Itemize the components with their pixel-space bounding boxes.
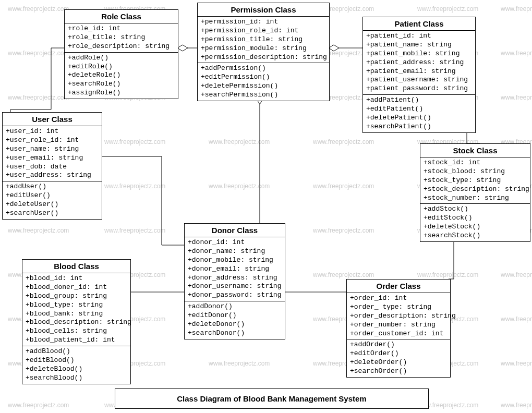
class-role-title: Role Class xyxy=(65,10,178,23)
class-role-ops: +addRole()+editRole()+deleteRole()+searc… xyxy=(65,53,178,99)
class-blood: Blood Class +blood_id: int+blood_doner_i… xyxy=(22,259,131,384)
class-member: +patient_mobile: string xyxy=(366,50,472,58)
watermark-text: www.freeprojectz.com xyxy=(501,94,532,101)
class-donor: Donor Class +donor_id: int+donor_name: s… xyxy=(184,223,285,339)
class-member: +patient_id: int xyxy=(366,32,472,41)
class-member: +searchUser() xyxy=(6,209,99,218)
class-member: +addDonor() xyxy=(188,302,282,311)
class-order-ops: +addOrder()+editOrder()+deleteOrder()+se… xyxy=(347,339,450,377)
watermark-text: www.freeprojectz.com xyxy=(313,227,374,234)
class-member: +searchBlood() xyxy=(26,374,127,383)
class-member: +editOrder() xyxy=(350,349,447,358)
class-member: +editBlood() xyxy=(26,356,127,365)
class-permission-title: Permission Class xyxy=(198,3,329,17)
class-member: +blood_bank: string xyxy=(26,310,127,319)
class-member: +role_description: string xyxy=(68,42,175,51)
class-member: +order_id: int xyxy=(350,294,447,303)
class-member: +addPatient() xyxy=(366,96,472,105)
class-user: User Class +user_id: int+user_role_id: i… xyxy=(2,112,102,220)
class-member: +donor_id: int xyxy=(188,238,282,247)
class-member: +deleteOrder() xyxy=(350,358,447,367)
class-member: +searchRole() xyxy=(68,80,175,89)
watermark-text: www.freeprojectz.com xyxy=(8,5,69,13)
diagram-title: Class Diagram of Blood Bank Management S… xyxy=(115,388,429,409)
class-member: +stock_description: string xyxy=(424,185,527,194)
class-member: +permission_role_id: int xyxy=(201,27,326,35)
class-member: +stock_id: int xyxy=(424,159,527,167)
class-member: +addStock() xyxy=(424,205,527,214)
watermark-text: www.freeprojectz.com xyxy=(209,360,270,367)
class-member: +blood_patient_id: int xyxy=(26,336,127,345)
class-member: +deleteRole() xyxy=(68,71,175,80)
class-member: +editStock() xyxy=(424,214,527,223)
class-member: +role_id: int xyxy=(68,25,175,33)
class-member: +order_number: string xyxy=(350,321,447,330)
class-donor-ops: +addDonor()+editDonor()+deleteDonor()+se… xyxy=(185,301,285,339)
class-member: +deletePatient() xyxy=(366,114,472,123)
class-member: +user_name: string xyxy=(6,145,99,154)
watermark-text: www.freeprojectz.com xyxy=(8,94,69,101)
class-member: +editUser() xyxy=(6,191,99,200)
class-member: +searchStock() xyxy=(424,232,527,240)
watermark-text: www.freeprojectz.com xyxy=(104,227,165,234)
class-member: +permission_description: string xyxy=(201,53,326,62)
class-patient: Patient Class +patient_id: int+patient_n… xyxy=(362,17,476,133)
class-order-attrs: +order_id: int+order_ type: string+order… xyxy=(347,293,450,339)
class-member: +blood_cells: string xyxy=(26,327,127,336)
class-stock: Stock Class +stock_id: int+stock_blood: … xyxy=(420,143,530,242)
class-member: +user_role_id: int xyxy=(6,136,99,145)
watermark-text: www.freeprojectz.com xyxy=(417,271,478,278)
class-member: +addRole() xyxy=(68,54,175,63)
class-member: +stock_number: string xyxy=(424,194,527,203)
svg-marker-2 xyxy=(329,45,339,51)
class-role: Role Class +role_id: int+role_title: str… xyxy=(64,9,178,99)
class-member: +order_ type: string xyxy=(350,303,447,312)
class-member: +order_description: string xyxy=(350,312,447,321)
class-member: +addPermission() xyxy=(201,64,326,73)
class-member: +patient_email: string xyxy=(366,67,472,76)
watermark-text: www.freeprojectz.com xyxy=(104,138,165,145)
class-order: Order Class +order_id: int+order_ type: … xyxy=(346,279,451,378)
class-member: +editPatient() xyxy=(366,105,472,114)
class-stock-attrs: +stock_id: int+stock_blood: string+stock… xyxy=(420,157,530,204)
class-member: +donor_mobile: string xyxy=(188,256,282,265)
class-member: +patient_address: string xyxy=(366,58,472,67)
class-permission-attrs: +permission_id: int+permission_role_id: … xyxy=(198,17,329,63)
class-member: +searchPatient() xyxy=(366,123,472,131)
class-blood-title: Blood Class xyxy=(22,260,130,273)
class-member: +user_email: string xyxy=(6,154,99,163)
class-member: +patient_username: string xyxy=(366,76,472,84)
class-member: +user_address: string xyxy=(6,171,99,180)
class-member: +searchPermission() xyxy=(201,91,326,100)
watermark-text: www.freeprojectz.com xyxy=(313,183,374,190)
class-member: +blood_group: string xyxy=(26,292,127,301)
class-permission-ops: +addPermission()+editPermission()+delete… xyxy=(198,63,329,101)
watermark-text: www.freeprojectz.com xyxy=(501,402,532,409)
class-member: +order_customer_id: int xyxy=(350,330,447,338)
class-user-attrs: +user_id: int+user_role_id: int+user_nam… xyxy=(3,126,102,181)
watermark-text: www.freeprojectz.com xyxy=(104,183,165,190)
watermark-text: www.freeprojectz.com xyxy=(417,5,478,13)
watermark-text: www.freeprojectz.com xyxy=(501,50,532,57)
class-user-title: User Class xyxy=(3,113,102,126)
class-member: +donor_email: string xyxy=(188,265,282,274)
watermark-text: www.freeprojectz.com xyxy=(209,138,270,145)
watermark-text: www.freeprojectz.com xyxy=(8,227,69,234)
class-member: +blood_type: string xyxy=(26,301,127,310)
class-member: +blood_doner_id: int xyxy=(26,283,127,292)
watermark-text: www.freeprojectz.com xyxy=(501,5,532,13)
class-blood-ops: +addBlood()+editBlood()+deleteBlood()+se… xyxy=(22,346,130,384)
class-member: +donor_password: string xyxy=(188,291,282,300)
class-user-ops: +addUser()+editUser()+deleteUser()+searc… xyxy=(3,181,102,219)
class-order-title: Order Class xyxy=(347,280,450,293)
class-member: +deleteBlood() xyxy=(26,365,127,374)
svg-marker-1 xyxy=(177,45,188,51)
class-member: +deleteUser() xyxy=(6,200,99,209)
class-member: +permission_title: string xyxy=(201,35,326,44)
class-member: +deletePermission() xyxy=(201,82,326,91)
watermark-text: www.freeprojectz.com xyxy=(313,138,374,145)
watermark-text: www.freeprojectz.com xyxy=(501,360,532,367)
class-member: +addBlood() xyxy=(26,347,127,356)
class-donor-title: Donor Class xyxy=(185,224,285,237)
class-member: +user_id: int xyxy=(6,127,99,136)
